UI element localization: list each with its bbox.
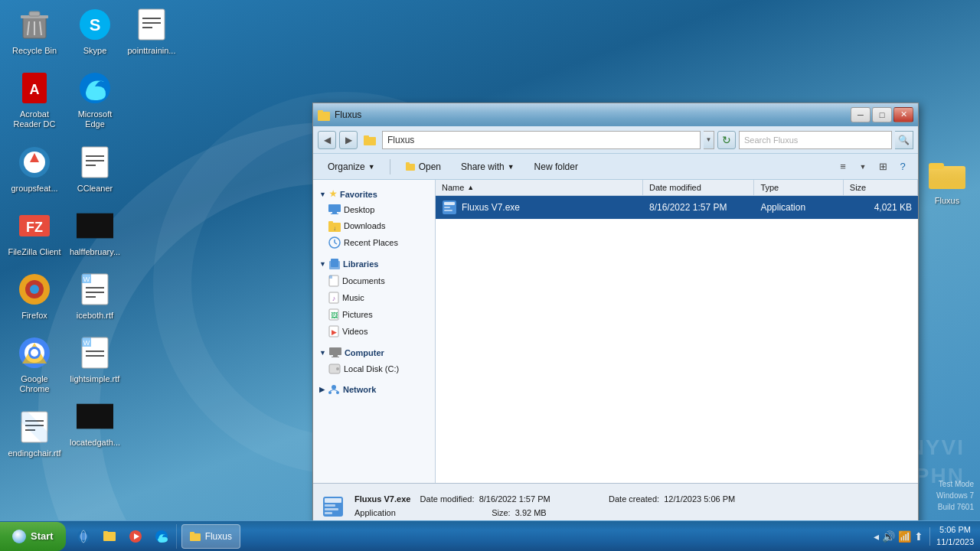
lightsimple-label: lightsimple.rtf xyxy=(70,374,120,384)
endingchair-label: endingchair.rtf xyxy=(8,448,60,458)
desktop-icon-skype[interactable]: S Skype xyxy=(64,3,126,59)
file-row-fluxus[interactable]: Fluxus V7.exe 8/16/2022 1:57 PM Applicat… xyxy=(436,196,918,220)
desktop-icon-endingchair[interactable]: endingchair.rtf xyxy=(4,406,65,461)
pointtraining-label: pointtrainin... xyxy=(128,46,176,56)
localdisk-nav-icon xyxy=(328,364,341,374)
desktop-icon-fluxus-right[interactable]: Fluxus xyxy=(920,153,974,208)
pointtraining-icon xyxy=(133,6,170,43)
nav-recent[interactable]: Recent Places xyxy=(313,234,435,251)
nav-documents[interactable]: Documents xyxy=(313,272,435,289)
explorer-window: Fluxus ─ □ ✕ ◀ ▶ Fluxus ▼ ↻ Sea xyxy=(312,103,919,530)
col-header-date[interactable]: Date modified xyxy=(643,180,754,195)
nav-libraries-header[interactable]: ▼ Libraries xyxy=(313,256,435,272)
svg-text:FZ: FZ xyxy=(26,220,43,235)
nav-pictures-label: Pictures xyxy=(342,310,373,319)
close-button[interactable]: ✕ xyxy=(893,107,913,122)
desktop-icon-ccleaner[interactable]: groupsfeat... xyxy=(4,141,65,197)
forward-button[interactable]: ▶ xyxy=(339,131,358,149)
desktop-icon-acrobat[interactable]: A Acrobat Reader DC xyxy=(4,67,65,132)
desktop-icon-firefox[interactable]: Firefox xyxy=(4,268,65,324)
share-button[interactable]: Share with ▼ xyxy=(452,157,523,177)
nav-localdisk-label: Local Disk (C:) xyxy=(344,364,399,373)
documents-nav-icon xyxy=(328,275,339,287)
new-folder-button[interactable]: New folder xyxy=(526,157,586,177)
status-filename: Fluxus V7.exe Date modified: 8/16/2022 1… xyxy=(354,493,735,507)
clock[interactable]: 5:06 PM 11/1/2023 xyxy=(936,524,974,548)
col-header-type[interactable]: Type xyxy=(754,180,843,195)
svg-line-85 xyxy=(334,390,338,391)
nav-favorites-header[interactable]: ▼ ★ Favorites xyxy=(313,186,435,202)
tray-network-icon[interactable]: 📶 xyxy=(898,530,911,543)
svg-text:🖼: 🖼 xyxy=(331,311,338,319)
col-size-label: Size xyxy=(850,183,866,192)
tray-arrow-icon[interactable]: ◂ xyxy=(874,530,879,543)
desktop-icon-iceboth[interactable]: W iceboth.rtf xyxy=(64,268,126,324)
taskbar-fluxus-item[interactable]: Fluxus xyxy=(181,524,240,549)
chrome-label: Google Chrome xyxy=(7,374,62,394)
svg-rect-92 xyxy=(325,504,335,507)
col-header-size[interactable]: Size xyxy=(844,180,918,195)
view-list-button[interactable]: ≡ xyxy=(834,158,852,176)
svg-rect-94 xyxy=(325,512,332,514)
desktop-icon-recycle-bin[interactable]: Recycle Bin xyxy=(4,3,65,59)
sort-arrow: ▲ xyxy=(467,184,474,191)
address-field[interactable]: Fluxus xyxy=(382,131,701,149)
taskbar-edge-icon[interactable] xyxy=(150,524,173,549)
taskbar-explorer-icon[interactable] xyxy=(98,524,121,549)
desktop-icon-msedge[interactable]: Microsoft Edge xyxy=(64,67,126,132)
tray-volume-icon[interactable]: 🔊 xyxy=(882,530,895,543)
svg-rect-104 xyxy=(190,532,194,535)
desktop-icon-halffebruary[interactable]: halffebruary... xyxy=(64,204,126,260)
desktop-icon-filezilla[interactable]: FZ FileZilla Client xyxy=(4,204,65,260)
nav-music[interactable]: ♪ Music xyxy=(313,289,435,306)
view-preview-button[interactable]: ⊞ xyxy=(874,158,892,176)
desktop-icon-pointtraining[interactable]: pointtrainin... xyxy=(121,3,182,59)
nav-network-header[interactable]: ▶ Network xyxy=(313,381,435,398)
svg-rect-49 xyxy=(929,166,965,189)
nav-computer-header[interactable]: ▼ Computer xyxy=(313,344,435,361)
msedge-label: Microsoft Edge xyxy=(67,109,122,129)
tray-notification-icon[interactable]: ⬆ xyxy=(914,530,923,543)
status-file-icon xyxy=(321,494,345,519)
videos-nav-icon: ▶ xyxy=(328,325,339,337)
view-list-dropdown[interactable]: ▼ xyxy=(854,158,872,176)
nav-pictures[interactable]: 🖼 Pictures xyxy=(313,306,435,323)
file-name-cell: Fluxus V7.exe xyxy=(436,196,643,219)
search-button[interactable]: 🔍 xyxy=(895,131,913,149)
col-header-name[interactable]: Name ▲ xyxy=(436,180,643,195)
nav-desktop[interactable]: Desktop xyxy=(313,202,435,217)
nav-videos-label: Videos xyxy=(342,327,368,336)
svg-rect-93 xyxy=(325,508,338,510)
organize-button[interactable]: Organize ▼ xyxy=(319,157,384,177)
lightsimple-icon: W xyxy=(77,334,113,371)
help-button[interactable]: ? xyxy=(893,158,912,176)
toolbar-separator-1 xyxy=(390,159,390,174)
test-mode-badge: Test Mode Windows 7 Build 7601 xyxy=(936,478,974,513)
nav-localdisk[interactable]: Local Disk (C:) xyxy=(313,361,435,377)
open-button[interactable]: Open xyxy=(397,157,449,177)
maximize-button[interactable]: □ xyxy=(872,107,892,122)
desktop-icon-locatedgath[interactable]: locatedgath... xyxy=(64,395,126,451)
svg-rect-27 xyxy=(82,147,108,178)
refresh-button[interactable]: ↻ xyxy=(717,131,736,149)
svg-rect-88 xyxy=(444,207,450,208)
start-button[interactable]: Start xyxy=(0,522,66,551)
minimize-button[interactable]: ─ xyxy=(851,107,871,122)
skype-icon: S xyxy=(77,6,113,43)
file-list: Name ▲ Date modified Type Size xyxy=(436,180,918,483)
desktop-icon-lightsimple[interactable]: W lightsimple.rtf xyxy=(64,331,126,387)
desktop-icon-groupsfeat[interactable]: CCleaner xyxy=(64,141,126,197)
nav-downloads[interactable]: ↓ Downloads xyxy=(313,217,435,234)
file-name: Fluxus V7.exe xyxy=(462,202,520,213)
back-button[interactable]: ◀ xyxy=(318,131,336,149)
taskbar-media-icon[interactable] xyxy=(124,524,147,549)
address-dropdown[interactable]: ▼ xyxy=(704,131,714,149)
status-date-created-label: Date created: xyxy=(609,494,659,504)
acrobat-icon: A xyxy=(16,70,53,106)
nav-videos[interactable]: ▶ Videos xyxy=(313,323,435,340)
desktop-icon-chrome[interactable]: Google Chrome xyxy=(4,331,65,397)
taskbar-ie-icon[interactable] xyxy=(72,524,95,549)
search-field-wrapper[interactable]: Search Fluxus xyxy=(739,131,892,149)
svg-rect-43 xyxy=(77,404,113,429)
svg-rect-99 xyxy=(103,531,108,535)
